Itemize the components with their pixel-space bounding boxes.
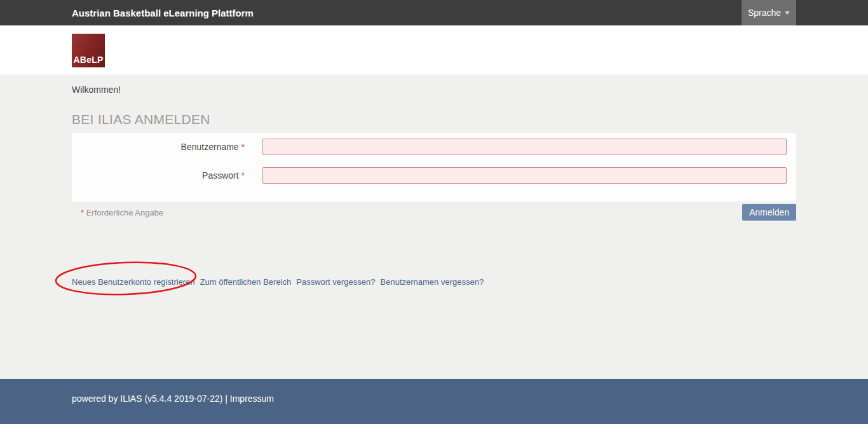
auth-links: Neues Benutzerkonto registrieren Zum öff… <box>72 277 796 287</box>
abelp-logo[interactable]: ABeLP <box>72 34 105 67</box>
username-row: Benutzername * <box>72 139 787 155</box>
password-row: Passwort * <box>72 167 787 184</box>
impressum-link[interactable]: Impressum <box>230 393 274 404</box>
forgot-password-link[interactable]: Passwort vergessen? <box>296 277 375 287</box>
required-asterisk: * <box>241 142 245 152</box>
password-label: Passwort * <box>72 170 262 181</box>
top-bar: Austrian Basketball eLearning Plattform … <box>0 0 868 25</box>
form-command-row: * Erforderliche Angabe Anmelden <box>72 204 796 221</box>
username-label: Benutzername * <box>72 142 262 152</box>
required-asterisk: * <box>241 170 245 181</box>
chevron-down-icon <box>785 11 790 15</box>
required-hint: * Erforderliche Angabe <box>81 208 163 217</box>
login-heading: BEI ILIAS ANMELDEN <box>72 112 796 127</box>
public-area-link[interactable]: Zum öffentlichen Bereich <box>200 277 292 287</box>
abelp-logo-text: ABeLP <box>74 55 104 67</box>
username-input[interactable] <box>262 139 787 155</box>
password-input[interactable] <box>262 167 787 184</box>
language-dropdown-button[interactable]: Sprache <box>742 0 796 25</box>
header: ABeLP <box>0 25 868 74</box>
login-button[interactable]: Anmelden <box>742 204 796 221</box>
login-form: Benutzername * Passwort * <box>72 133 796 202</box>
register-link[interactable]: Neues Benutzerkonto registrieren <box>72 277 195 287</box>
main-content: Wilkommen! BEI ILIAS ANMELDEN Benutzerna… <box>0 74 868 379</box>
footer: powered by ILIAS (v5.4.4 2019-07-22) | I… <box>0 379 868 424</box>
footer-separator: | <box>225 393 227 404</box>
footer-text: powered by ILIAS (v5.4.4 2019-07-22) | I… <box>72 379 868 404</box>
language-dropdown-label: Sprache <box>748 8 781 18</box>
page-title: Austrian Basketball eLearning Plattform <box>72 8 254 18</box>
required-asterisk: * <box>81 208 84 217</box>
welcome-text: Wilkommen! <box>72 74 796 95</box>
forgot-username-link[interactable]: Benutzernamen vergessen? <box>381 277 484 287</box>
